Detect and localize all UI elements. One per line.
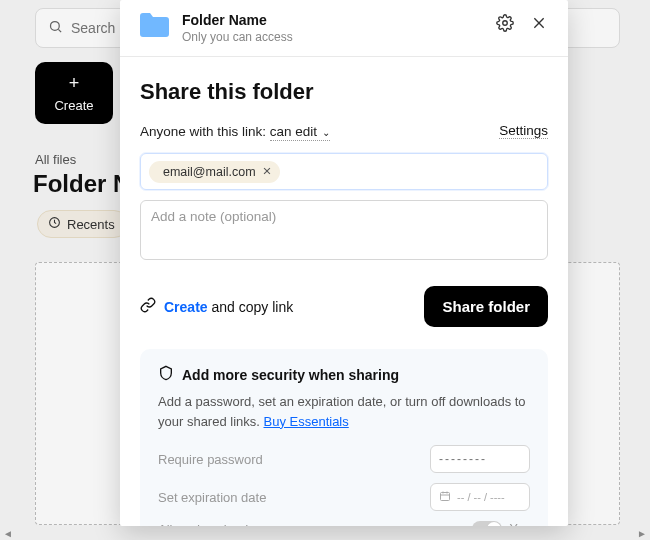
svg-point-3 bbox=[503, 21, 508, 26]
create-link-row: Create and copy link bbox=[140, 297, 293, 316]
downloads-label: Allow downloads bbox=[158, 522, 255, 527]
create-link-suffix: and copy link bbox=[208, 299, 294, 315]
horizontal-scrollbar[interactable]: ◄ ► bbox=[0, 526, 650, 540]
downloads-toggle[interactable] bbox=[472, 521, 502, 526]
modal-header: Folder Name Only you can access bbox=[120, 0, 568, 57]
calendar-icon bbox=[439, 490, 451, 504]
svg-rect-8 bbox=[441, 493, 450, 501]
modal-settings-gear[interactable] bbox=[494, 12, 516, 34]
email-chip[interactable]: email@mail.com bbox=[149, 161, 280, 183]
modal-title: Share this folder bbox=[140, 79, 548, 105]
remove-chip-icon[interactable] bbox=[262, 165, 272, 179]
modal-access-sub: Only you can access bbox=[182, 30, 482, 44]
modal-close-button[interactable] bbox=[528, 12, 550, 34]
create-link-action[interactable]: Create bbox=[164, 299, 208, 315]
email-input-box[interactable]: email@mail.com bbox=[140, 153, 548, 190]
link-icon bbox=[140, 297, 156, 316]
share-modal: Folder Name Only you can access Share th… bbox=[120, 0, 568, 526]
buy-essentials-link[interactable]: Buy Essentials bbox=[264, 414, 349, 429]
scroll-left-icon[interactable]: ◄ bbox=[2, 527, 14, 539]
permission-dropdown[interactable]: can edit ⌄ bbox=[270, 124, 330, 141]
expiration-input[interactable]: -- / -- / ---- bbox=[430, 483, 530, 511]
chevron-down-icon: ⌄ bbox=[319, 127, 330, 138]
share-folder-button[interactable]: Share folder bbox=[424, 286, 548, 327]
email-chip-text: email@mail.com bbox=[163, 165, 256, 179]
scroll-right-icon[interactable]: ► bbox=[636, 527, 648, 539]
password-label: Require password bbox=[158, 452, 263, 467]
expiration-placeholder: -- / -- / ---- bbox=[457, 491, 505, 503]
downloads-value: Yes bbox=[510, 522, 530, 526]
note-textarea[interactable] bbox=[140, 200, 548, 260]
shield-icon bbox=[158, 365, 174, 384]
expiration-label: Set expiration date bbox=[158, 490, 266, 505]
email-input[interactable] bbox=[286, 160, 539, 183]
password-input[interactable] bbox=[430, 445, 530, 473]
modal-folder-name: Folder Name bbox=[182, 12, 482, 28]
security-panel: Add more security when sharing Add a pas… bbox=[140, 349, 548, 526]
link-access-prefix: Anyone with this link: bbox=[140, 124, 270, 139]
link-settings[interactable]: Settings bbox=[499, 123, 548, 139]
folder-icon bbox=[138, 12, 170, 38]
security-heading: Add more security when sharing bbox=[182, 367, 399, 383]
